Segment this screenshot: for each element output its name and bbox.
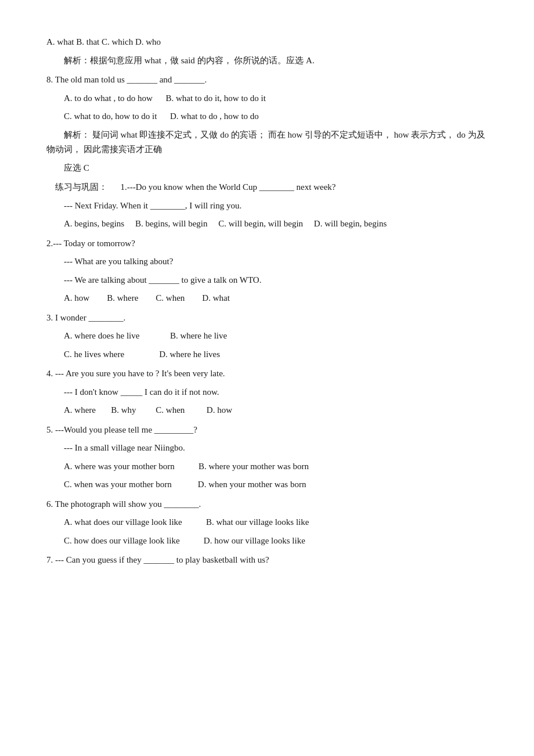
- q8-stem: 8. The old man told us _______ and _____…: [46, 73, 488, 88]
- q7-analysis: 解析：根据句意应用 what，做 said 的内容， 你所说的话。应选 A.: [46, 53, 488, 69]
- q7-options-row: A. what B. that C. which D. who: [46, 35, 488, 50]
- p3-stem: 3. I wonder ________.: [46, 311, 488, 326]
- page-content: A. what B. that C. which D. who 解析：根据句意应…: [46, 35, 488, 568]
- p2-stem3: --- We are talking about _______ to give…: [46, 273, 488, 288]
- p4-stem2: --- I don't know _____ I can do it if no…: [46, 385, 488, 400]
- q8-options-ab: A. to do what , to do how B. what to do …: [46, 91, 488, 106]
- q8-analysis: 解析： 疑问词 what 即连接不定式，又做 do 的宾语； 而在 how 引导…: [46, 128, 488, 157]
- q7-options: A. what B. that C. which D. who: [46, 37, 161, 46]
- p2-stem1: 2.--- Today or tomorrow?: [46, 236, 488, 251]
- p3-options-cd: C. he lives where D. where he lives: [46, 347, 488, 362]
- p1-options: A. begins, begins B. begins, will begin …: [46, 217, 488, 232]
- p1-stem2: --- Next Friday. When it ________, I wil…: [46, 199, 488, 214]
- q8-answer: 应选 C: [46, 161, 488, 176]
- p6-stem: 6. The photograph will show you ________…: [46, 497, 488, 512]
- p2-stem2: --- What are you talking about?: [46, 254, 488, 269]
- p5-stem2: --- In a small village near Niingbo.: [46, 441, 488, 456]
- p6-options-ab: A. what does our village look like B. wh…: [46, 515, 488, 530]
- p4-options: A. where B. why C. when D. how: [46, 403, 488, 418]
- p5-options-ab: A. where was your mother born B. where y…: [46, 459, 488, 474]
- practice-header: 练习与巩固： 1.---Do you know when the World C…: [46, 180, 488, 195]
- p5-options-cd: C. when was your mother born D. when you…: [46, 477, 488, 492]
- p4-stem1: 4. --- Are you sure you have to ? It's b…: [46, 366, 488, 381]
- p3-options-ab: A. where does he live B. where he live: [46, 329, 488, 344]
- p6-options-cd: C. how does our village look like D. how…: [46, 534, 488, 549]
- p5-stem1: 5. ---Would you please tell me _________…: [46, 423, 488, 438]
- p2-options: A. how B. where C. when D. what: [46, 291, 488, 306]
- p7-stem: 7. --- Can you guess if they _______ to …: [46, 553, 488, 568]
- q8-options-cd: C. what to do, how to do it D. what to d…: [46, 109, 488, 124]
